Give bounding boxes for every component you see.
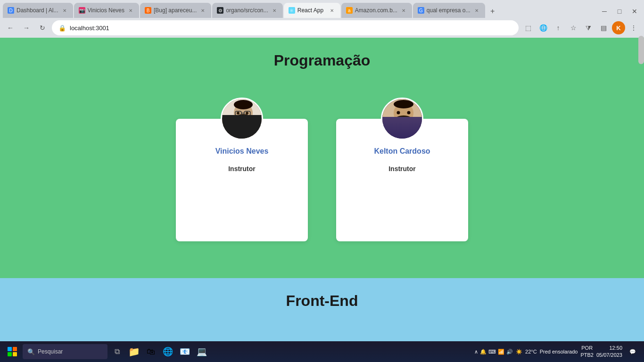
tab-label-bug: [Bug] apareceu...	[154, 7, 197, 14]
start-button[interactable]	[4, 343, 21, 360]
minimize-button[interactable]: ─	[598, 5, 611, 18]
screen-cast-icon[interactable]: ⬚	[521, 21, 535, 34]
browser-chrome: D Dashboard | Al... ✕ 📷 Vinicios Neves ✕…	[0, 0, 644, 38]
search-icon: 🔍	[27, 348, 35, 355]
tab-favicon-dashboard: D	[8, 7, 14, 14]
tab-label-qual: qual empresa o...	[427, 7, 471, 14]
locale-code: PTB2	[580, 352, 594, 359]
tab-vinicios[interactable]: 📷 Vinicios Neves ✕	[74, 3, 139, 18]
tab-label-organo: organo/src/con...	[226, 7, 268, 14]
svg-rect-15	[399, 119, 408, 127]
forward-button[interactable]: →	[20, 21, 33, 34]
tab-close-organo[interactable]: ✕	[271, 7, 278, 14]
tab-bar: D Dashboard | Al... ✕ 📷 Vinicios Neves ✕…	[0, 0, 644, 18]
outlook-symbol: 📧	[180, 346, 190, 357]
extension-icon[interactable]: ⧩	[582, 21, 595, 34]
avatar-kelton-img	[382, 99, 422, 139]
reload-button[interactable]: ↻	[36, 21, 49, 34]
tab-close-dashboard[interactable]: ✕	[61, 7, 68, 14]
menu-icon[interactable]: ⋮	[627, 21, 640, 34]
time-value: 12:50	[596, 345, 622, 352]
network-icon: 📶	[498, 349, 504, 355]
svg-point-10	[237, 112, 239, 115]
tab-favicon-amazon: a	[346, 7, 353, 14]
svg-point-9	[234, 100, 253, 109]
start-icon	[8, 347, 17, 356]
tab-label-reactapp: React App	[297, 7, 326, 14]
card-wrapper-kelton: Kelton Cardoso Instrutor	[336, 98, 468, 241]
system-tray: ∧ 🔔 ⌨ 📶 🔊	[474, 349, 513, 355]
tab-label-amazon: Amazon.com.b...	[355, 7, 397, 14]
svg-point-19	[397, 111, 400, 115]
tab-reactapp[interactable]: ⚛ React App ✕	[284, 3, 340, 18]
bookmark-icon[interactable]: ☆	[567, 21, 580, 34]
tray-arrow[interactable]: ∧	[474, 349, 478, 355]
scrollbar-thumb[interactable]	[638, 36, 644, 64]
tab-bug[interactable]: B [Bug] apareceu... ✕	[140, 3, 211, 18]
task-view-icon[interactable]: ⧉	[109, 344, 124, 359]
chrome-symbol: 🌐	[163, 346, 173, 357]
card-name-kelton: Kelton Cardoso	[374, 147, 430, 156]
tab-amazon[interactable]: a Amazon.com.b... ✕	[341, 3, 412, 18]
address-bar[interactable]: 🔒 localhost:3001	[52, 20, 519, 35]
date-value: 05/07/2023	[596, 352, 622, 359]
taskbar-search[interactable]: 🔍 Pesquisar	[23, 344, 107, 359]
restore-button[interactable]: □	[613, 5, 626, 18]
svg-rect-14	[382, 125, 422, 139]
cards-container: Vinicios Neves Instrutor	[176, 98, 468, 241]
back-button[interactable]: ←	[4, 21, 17, 34]
svg-point-17	[395, 115, 413, 124]
start-sq-2	[13, 347, 17, 351]
section-programacao: Programação	[0, 38, 644, 278]
page-content: Programação	[0, 38, 644, 362]
sidebar-toggle-icon[interactable]: ▤	[597, 21, 610, 34]
tab-favicon-bug: B	[145, 7, 151, 14]
translate-icon[interactable]: 🌐	[537, 21, 550, 34]
outlook-icon[interactable]: 📧	[177, 344, 192, 359]
language-code: POR	[580, 345, 594, 352]
taskbar-right: ∧ 🔔 ⌨ 📶 🔊 ☀️ 22°C Pred ensolarado POR PT…	[474, 344, 640, 359]
card-role-kelton: Instrutor	[388, 165, 416, 173]
start-sq-1	[8, 347, 12, 351]
tab-close-qual[interactable]: ✕	[473, 7, 480, 14]
tab-favicon-vinicios: 📷	[79, 7, 85, 14]
tab-organo[interactable]: ⚙ organo/src/con... ✕	[212, 3, 282, 18]
tab-favicon-reactapp: ⚛	[289, 7, 295, 14]
tab-close-amazon[interactable]: ✕	[400, 7, 407, 14]
notification-icon: 🔔	[480, 349, 487, 355]
tab-qual[interactable]: G qual empresa o... ✕	[413, 3, 485, 18]
toolbar-icons: ⬚ 🌐 ↑ ☆ ⧩ ▤ K ⋮	[521, 21, 640, 34]
start-sq-3	[8, 352, 12, 356]
tab-close-reactapp[interactable]: ✕	[328, 7, 336, 14]
address-bar-row: ← → ↻ 🔒 localhost:3001 ⬚ 🌐 ↑ ☆ ⧩ ▤ K ⋮	[0, 18, 644, 38]
svg-point-18	[394, 100, 413, 108]
microsoft-store-icon[interactable]: 🛍	[143, 344, 158, 359]
share-icon[interactable]: ↑	[552, 21, 565, 34]
tab-close-bug[interactable]: ✕	[199, 7, 206, 14]
card-name-vinicios: Vinicios Neves	[215, 147, 269, 156]
svg-point-5	[235, 114, 252, 123]
profile-icon[interactable]: K	[612, 21, 625, 34]
tab-label-vinicios: Vinicios Neves	[88, 7, 124, 14]
tab-label-dashboard: Dashboard | Al...	[17, 7, 58, 14]
new-tab-button[interactable]: +	[486, 5, 499, 18]
file-explorer-icon[interactable]: 📁	[126, 344, 141, 359]
tab-dashboard[interactable]: D Dashboard | Al... ✕	[3, 3, 73, 18]
notifications-symbol: 💬	[629, 349, 636, 355]
section-programacao-title: Programação	[274, 52, 371, 69]
vscode-icon[interactable]: 💻	[194, 344, 209, 359]
file-explorer-symbol: 📁	[128, 346, 140, 357]
svg-point-21	[400, 117, 407, 121]
weather-icon: ☀️	[516, 349, 522, 355]
tab-close-vinicios[interactable]: ✕	[127, 7, 134, 14]
notifications-button[interactable]: 💬	[625, 344, 640, 359]
start-sq-4	[13, 352, 17, 356]
keyboard-icon: ⌨	[488, 349, 496, 355]
task-view-symbol: ⧉	[115, 347, 120, 356]
svg-point-11	[246, 112, 248, 115]
chrome-icon[interactable]: 🌐	[160, 344, 175, 359]
avatar-vinicios-img	[222, 99, 262, 139]
taskbar-search-label: Pesquisar	[38, 348, 63, 355]
store-symbol: 🛍	[147, 347, 155, 357]
close-window-button[interactable]: ✕	[628, 5, 641, 18]
